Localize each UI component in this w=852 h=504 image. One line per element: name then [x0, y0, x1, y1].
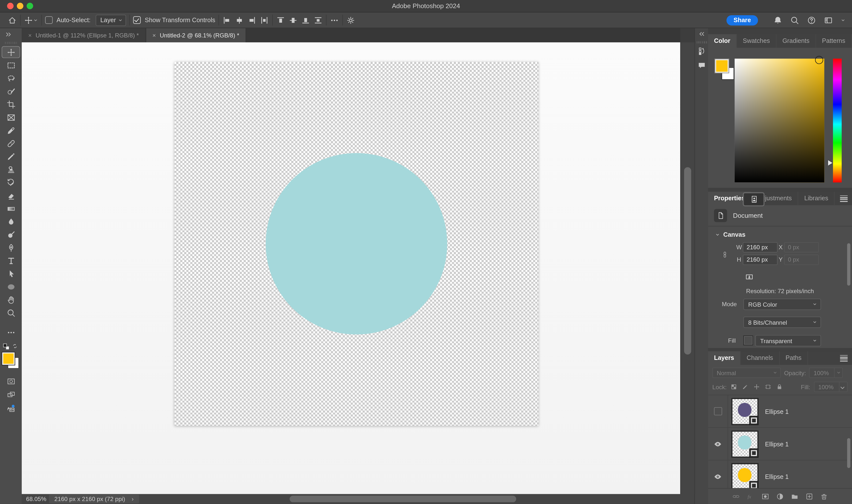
align-right-icon[interactable] [247, 16, 256, 25]
crop-tool[interactable] [2, 98, 20, 110]
ellipse-shape[interactable] [266, 153, 447, 334]
link-icon[interactable] [732, 492, 740, 500]
layer-name[interactable]: Ellipse 1 [765, 473, 789, 480]
properties-scrollbar-thumb[interactable] [847, 243, 850, 286]
status-expand-icon[interactable]: › [132, 496, 134, 502]
zoom-level[interactable]: 68.05% [26, 496, 46, 502]
layers-tab-channels[interactable]: Channels [741, 351, 780, 365]
lock-all-icon[interactable] [776, 383, 783, 391]
close-icon[interactable]: × [152, 32, 156, 38]
width-field[interactable]: 2160 px [743, 242, 778, 252]
color-tab-swatches[interactable]: Swatches [737, 34, 777, 48]
lock-transparency-icon[interactable] [730, 383, 737, 391]
dodge-tool[interactable] [2, 229, 20, 240]
foreground-background-colors[interactable] [2, 352, 20, 368]
brush-tool[interactable] [2, 150, 20, 162]
canvas-area[interactable] [22, 42, 680, 494]
gear-icon[interactable] [346, 16, 355, 25]
align-vertical-center-icon[interactable] [289, 16, 298, 25]
show-transform-checkbox[interactable] [133, 16, 141, 24]
vertical-scrollbar-thumb[interactable] [684, 167, 691, 355]
chevron-down-icon[interactable] [33, 18, 38, 23]
bell-icon[interactable] [773, 16, 782, 25]
color-tab-patterns[interactable]: Patterns [816, 34, 852, 48]
adjustment-icon[interactable] [776, 492, 784, 500]
expand-panels-icon[interactable] [698, 30, 705, 37]
lock-artboard-icon[interactable] [765, 383, 772, 391]
comments-panel-icon[interactable] [697, 61, 706, 70]
panel-menu-icon[interactable] [840, 355, 848, 361]
layers-tab-paths[interactable]: Paths [780, 351, 808, 365]
saturation-brightness-picker[interactable] [735, 59, 824, 182]
distribute-vertical-icon[interactable] [314, 16, 323, 25]
layer-name[interactable]: Ellipse 1 [765, 441, 789, 447]
layer-row[interactable]: Ellipse 1 [708, 428, 852, 461]
mode-select[interactable]: RGB Color [743, 299, 821, 310]
height-field[interactable]: 2160 px [743, 255, 778, 265]
lasso-tool[interactable] [2, 72, 20, 84]
link-dimensions-icon[interactable] [721, 247, 729, 263]
quick-mask-button[interactable] [2, 375, 20, 387]
fx-icon[interactable]: fx [747, 492, 754, 500]
layer-thumbnail[interactable] [731, 463, 759, 490]
healing-brush-tool[interactable] [2, 138, 20, 149]
layers-scrollbar-thumb[interactable] [847, 438, 850, 468]
panel-grip[interactable] [5, 42, 17, 44]
layer-row[interactable]: Ellipse 1 [708, 395, 852, 428]
folder-icon[interactable] [790, 492, 799, 500]
opacity-input[interactable]: 100% [810, 367, 843, 378]
generative-button[interactable] [2, 402, 20, 414]
align-top-icon[interactable] [276, 16, 285, 25]
layer-thumbnail[interactable] [731, 398, 759, 425]
chevron-down-icon[interactable] [841, 18, 846, 23]
layer-visibility-toggle[interactable] [708, 461, 728, 492]
color-tab-gradients[interactable]: Gradients [776, 34, 816, 48]
more-options-icon[interactable] [330, 16, 339, 25]
pen-tool[interactable] [2, 242, 20, 253]
search-icon[interactable] [790, 16, 799, 25]
frame-tool[interactable] [2, 111, 20, 123]
trash-icon[interactable] [820, 492, 828, 500]
y-field[interactable]: 0 px [784, 255, 819, 265]
properties-tab-libraries[interactable]: Libraries [798, 192, 835, 205]
panel-color-swatches[interactable] [715, 59, 735, 80]
collapse-tools-icon[interactable] [5, 31, 12, 38]
home-icon[interactable] [7, 16, 17, 25]
gradient-tool[interactable] [2, 202, 20, 214]
portrait-orientation-button[interactable] [743, 193, 764, 206]
fill-select[interactable]: Transparent [755, 335, 821, 346]
workspace-icon[interactable] [824, 16, 833, 25]
panel-menu-icon[interactable] [840, 195, 848, 201]
path-selection-tool[interactable] [2, 268, 20, 280]
document-tab[interactable]: ×Untitled-1 @ 112% (Ellipse 1, RGB/8) * [22, 28, 146, 42]
document-canvas[interactable] [175, 62, 539, 426]
more-tools[interactable] [2, 326, 20, 338]
panel-grip[interactable] [697, 41, 707, 43]
zoom-tool[interactable] [2, 307, 20, 319]
blend-mode-select[interactable]: Normal [712, 367, 781, 378]
clone-stamp-tool[interactable] [2, 163, 20, 175]
default-colors-icon[interactable] [2, 343, 10, 351]
hue-slider[interactable] [833, 59, 842, 182]
move-icon[interactable] [24, 16, 33, 25]
hand-tool[interactable] [2, 294, 20, 305]
history-brush-tool[interactable] [2, 176, 20, 188]
layer-name[interactable]: Ellipse 1 [765, 408, 789, 414]
screen-mode-button[interactable] [2, 388, 20, 400]
vertical-scrollbar[interactable] [680, 42, 695, 494]
marquee-tool[interactable] [2, 59, 20, 71]
x-field[interactable]: 0 px [784, 242, 819, 252]
object-selection-tool[interactable] [2, 85, 20, 97]
align-horizontal-center-icon[interactable] [235, 16, 244, 25]
help-icon[interactable] [807, 16, 816, 25]
close-icon[interactable]: × [28, 32, 32, 38]
distribute-horizontal-icon[interactable] [260, 16, 269, 25]
eraser-tool[interactable] [2, 190, 20, 201]
eyedropper-tool[interactable] [2, 124, 20, 136]
auto-select-checkbox[interactable] [45, 16, 53, 24]
ellipse-tool[interactable] [2, 281, 20, 293]
hue-slider-arrow[interactable] [828, 160, 833, 165]
foreground-color-swatch[interactable] [715, 59, 729, 73]
canvas-section-header[interactable]: Canvas [708, 227, 852, 240]
align-left-icon[interactable] [222, 16, 231, 25]
